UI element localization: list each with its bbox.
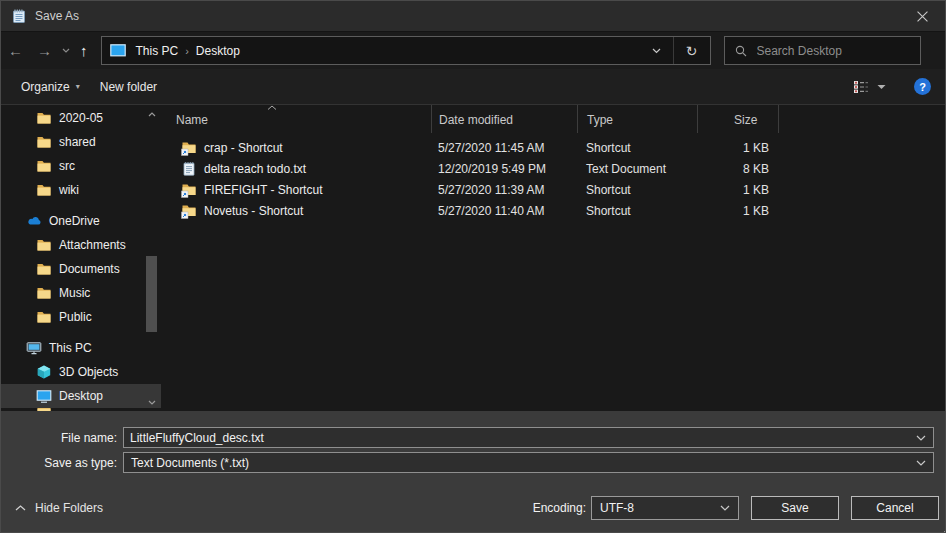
folder-icon: [36, 261, 52, 277]
column-header-type[interactable]: Type: [577, 105, 697, 133]
command-toolbar: Organize ▾ New folder ?: [1, 69, 945, 105]
scroll-up-icon[interactable]: [144, 107, 159, 121]
encoding-dropdown-icon: [720, 505, 730, 511]
sidebar-item-label: shared: [59, 135, 96, 149]
sidebar-item-this-pc[interactable]: This PC: [1, 336, 161, 360]
file-row[interactable]: FIREFIGHT - Shortcut5/27/2020 11:39 AMSh…: [161, 179, 945, 200]
resize-grip[interactable]: [940, 527, 942, 529]
navigation-pane: 2020-05sharedsrcwikiOneDriveAttachmentsD…: [1, 105, 161, 411]
sidebar-scrollbar[interactable]: [144, 105, 159, 411]
change-view-button[interactable]: [843, 80, 896, 94]
sidebar-item-label: Music: [59, 286, 90, 300]
back-button[interactable]: ←: [1, 37, 30, 65]
recent-locations-chevron-icon[interactable]: [59, 48, 73, 53]
folder-icon: [36, 110, 52, 126]
folder-shortcut-icon: [181, 182, 197, 198]
save-as-type-dropdown-icon: [916, 460, 926, 466]
sidebar-item-onedrive[interactable]: OneDrive: [1, 209, 161, 233]
new-folder-button[interactable]: New folder: [90, 80, 167, 94]
hide-folders-button[interactable]: Hide Folders: [15, 501, 103, 515]
file-name-input[interactable]: [123, 427, 934, 448]
search-box[interactable]: [724, 36, 921, 65]
refresh-icon[interactable]: ↻: [674, 37, 710, 64]
notepad-icon: [11, 8, 27, 24]
close-button[interactable]: [900, 1, 945, 31]
file-rows: crap - Shortcut5/27/2020 11:45 AMShortcu…: [161, 133, 945, 221]
sidebar-item-src[interactable]: src: [1, 154, 161, 178]
sidebar-item-music[interactable]: Music: [1, 281, 161, 305]
file-date-modified: 5/27/2020 11:39 AM: [431, 183, 577, 197]
scroll-down-icon[interactable]: [144, 395, 159, 409]
file-row[interactable]: Novetus - Shortcut5/27/2020 11:40 AMShor…: [161, 200, 945, 221]
sidebar-item-desktop[interactable]: Desktop: [1, 384, 161, 408]
folder-icon: [36, 237, 52, 253]
sidebar-item-label: 2020-05: [59, 111, 103, 125]
file-type: Shortcut: [577, 141, 697, 155]
folder-icon: [36, 285, 52, 301]
file-size: 1 KB: [697, 183, 779, 197]
sidebar-item-public[interactable]: Public: [1, 305, 161, 329]
address-dropdown-chevron-icon[interactable]: [640, 37, 674, 64]
window-title: Save As: [35, 9, 79, 23]
file-row[interactable]: delta reach todo.txt12/20/2019 5:49 PMTe…: [161, 158, 945, 179]
sidebar-item-documents[interactable]: Documents: [1, 257, 161, 281]
onedrive-icon: [26, 213, 42, 229]
column-header-date-modified[interactable]: Date modified: [431, 105, 577, 133]
sidebar-item-wiki[interactable]: wiki: [1, 178, 161, 202]
breadcrumb-desktop[interactable]: Desktop: [192, 44, 244, 58]
help-button[interactable]: ?: [914, 78, 931, 95]
folder-shortcut-icon: [181, 140, 197, 156]
file-type: Shortcut: [577, 204, 697, 218]
file-name-dropdown-icon[interactable]: [916, 435, 926, 441]
file-name: Novetus - Shortcut: [204, 204, 303, 218]
breadcrumb-separator-icon: ›: [182, 45, 192, 57]
file-name: delta reach todo.txt: [204, 162, 306, 176]
file-size: 8 KB: [697, 162, 779, 176]
search-icon: [735, 45, 747, 57]
sidebar-item-shared[interactable]: shared: [1, 130, 161, 154]
sidebar-item-label: OneDrive: [49, 214, 100, 228]
address-bar[interactable]: This PC › Desktop ↻: [101, 36, 711, 65]
text-file-icon: [181, 161, 197, 177]
encoding-value: UTF-8: [600, 501, 634, 515]
folder-icon: [36, 158, 52, 174]
up-button[interactable]: ↑: [73, 37, 95, 65]
file-type: Shortcut: [577, 183, 697, 197]
browser-content: 2020-05sharedsrcwikiOneDriveAttachmentsD…: [1, 105, 945, 411]
column-header-size[interactable]: Size: [697, 105, 779, 133]
sidebar-item-attachments[interactable]: Attachments: [1, 233, 161, 257]
chevron-up-icon: [15, 505, 26, 511]
folder-icon: [36, 134, 52, 150]
save-as-type-label: Save as type:: [1, 456, 123, 470]
sidebar-list: 2020-05sharedsrcwikiOneDriveAttachmentsD…: [1, 106, 161, 411]
file-name: FIREFIGHT - Shortcut: [204, 183, 322, 197]
desktop-location-icon: [110, 44, 126, 58]
sidebar-item-3d-objects[interactable]: 3D Objects: [1, 360, 161, 384]
organize-dropdown-icon: ▾: [76, 82, 80, 91]
forward-button[interactable]: →: [30, 37, 59, 65]
scrollbar-thumb[interactable]: [146, 256, 157, 332]
save-as-type-value: Text Documents (*.txt): [131, 456, 249, 470]
file-type: Text Document: [577, 162, 697, 176]
sidebar-item-2020-05[interactable]: 2020-05: [1, 106, 161, 130]
sidebar-item-label: Documents: [59, 262, 120, 276]
file-name: crap - Shortcut: [204, 141, 283, 155]
file-date-modified: 5/27/2020 11:45 AM: [431, 141, 577, 155]
search-input[interactable]: [755, 43, 914, 59]
desktop-icon: [36, 388, 52, 404]
file-size: 1 KB: [697, 141, 779, 155]
file-date-modified: 12/20/2019 5:49 PM: [431, 162, 577, 176]
folder-icon: [36, 309, 52, 325]
organize-button[interactable]: Organize ▾: [11, 80, 90, 94]
encoding-label: Encoding:: [533, 501, 586, 515]
breadcrumb-this-pc[interactable]: This PC: [132, 44, 183, 58]
sidebar-item-label: src: [59, 159, 75, 173]
save-button[interactable]: Save: [751, 496, 839, 520]
column-header-name[interactable]: Name: [161, 105, 431, 133]
cancel-button[interactable]: Cancel: [851, 496, 939, 520]
folder-shortcut-icon: [181, 203, 197, 219]
save-as-type-select[interactable]: Text Documents (*.txt): [123, 452, 934, 473]
file-row[interactable]: crap - Shortcut5/27/2020 11:45 AMShortcu…: [161, 137, 945, 158]
cube-icon: [36, 364, 52, 380]
encoding-select[interactable]: UTF-8: [591, 496, 739, 520]
